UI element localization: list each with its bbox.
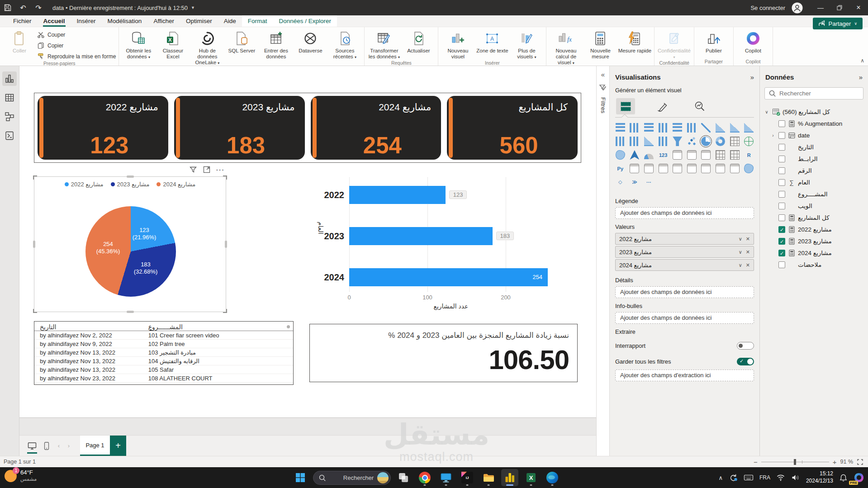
ribbon-chart-icon[interactable] xyxy=(644,137,654,146)
wifi-icon[interactable] xyxy=(776,474,785,482)
zoom-slider[interactable] xyxy=(761,462,829,462)
previous-page-icon[interactable]: ‹ xyxy=(54,436,64,456)
focus-mode-icon[interactable] xyxy=(203,166,211,174)
stacked-area-chart-icon[interactable] xyxy=(730,123,740,133)
selection-handle[interactable] xyxy=(225,241,227,248)
slicer-icon[interactable] xyxy=(701,150,711,160)
analytics-tab[interactable] xyxy=(690,98,709,114)
kpi-icon[interactable] xyxy=(687,150,697,160)
field-checkbox[interactable]: ✓ xyxy=(778,226,785,233)
remove-field-icon[interactable]: ✕ xyxy=(746,236,750,242)
data-field-row[interactable]: % Augmentation xyxy=(764,118,865,129)
field-checkbox[interactable] xyxy=(778,156,785,162)
ribbon-button-copilot[interactable]: Copilot xyxy=(736,29,770,54)
matrix-icon[interactable] xyxy=(730,150,740,160)
touch-keyboard-icon[interactable] xyxy=(744,474,754,482)
field-checkbox[interactable] xyxy=(778,144,785,151)
search-input[interactable] xyxy=(779,90,859,97)
r-script-visual-icon[interactable]: R xyxy=(744,150,754,160)
field-chip[interactable]: مشاريع 2024∨✕ xyxy=(615,259,754,271)
metrics-icon[interactable] xyxy=(687,164,697,173)
filter-icon[interactable] xyxy=(189,166,197,174)
table-column-header[interactable]: المشــــــروع▲ xyxy=(148,323,293,331)
table-visual[interactable]: التاريخ المشــــــروع▲ by alhindifayez N… xyxy=(34,321,294,385)
close-button[interactable]: × xyxy=(849,0,868,15)
field-checkbox[interactable] xyxy=(778,191,785,198)
search-field[interactable] xyxy=(764,87,863,99)
smart-narrative-icon[interactable] xyxy=(673,164,682,173)
collapse-ribbon-icon[interactable]: ∧ xyxy=(860,57,864,64)
ribbon-button-dataverse[interactable]: Dataverse xyxy=(294,29,327,54)
clustered-column-chart-icon[interactable] xyxy=(659,123,668,133)
field-checkbox[interactable] xyxy=(778,261,785,268)
data-field-row[interactable]: ملاحضات xyxy=(764,259,865,270)
100-stacked-area-chart-icon[interactable] xyxy=(744,123,754,133)
line-and-stacked-column-chart-icon[interactable] xyxy=(616,137,625,146)
ribbon-button-plus-de-visuels[interactable]: Plus de visuels ▾ xyxy=(510,29,543,60)
chevron-down-icon[interactable]: ∨ xyxy=(764,109,770,114)
gauge-icon[interactable] xyxy=(644,154,654,159)
table-icon[interactable] xyxy=(716,150,725,160)
filters-pane-label[interactable]: Filtres xyxy=(600,97,607,113)
selection-handle[interactable] xyxy=(33,309,37,313)
arcgis-map-icon[interactable] xyxy=(744,164,754,173)
waterfall-chart-icon[interactable] xyxy=(659,137,668,146)
drillthrough-placeholder[interactable]: Ajouter des champs d'extraction ici xyxy=(615,370,754,381)
table-row[interactable]: by alhindifayez Nov 23, 2022108 ALATHEER… xyxy=(34,374,293,383)
selection-handle[interactable] xyxy=(127,311,134,313)
menu-tab-mod-lisation[interactable]: Modélisation xyxy=(102,15,148,27)
data-field-row[interactable]: التاريخ xyxy=(764,141,865,153)
minimize-button[interactable]: — xyxy=(811,0,830,15)
azure-map-icon[interactable] xyxy=(630,150,639,160)
field-checkbox[interactable] xyxy=(778,167,785,174)
data-field-row[interactable]: ∑العام xyxy=(764,176,865,188)
data-field-row[interactable]: ✓مشاريع 2023 xyxy=(764,235,865,247)
pie-chart-visual[interactable]: ··· مشاريع 2022مشاريع 2023مشاريع 2024 12… xyxy=(34,176,226,312)
ribbon-button-classeur-excel[interactable]: XClasseur Excel xyxy=(156,29,190,60)
ribbon-button-obtenir-les-donn-es[interactable]: Obtenir les données ▾ xyxy=(122,29,155,60)
data-field-row[interactable]: الرابــط xyxy=(764,153,865,165)
bar-data-bar[interactable] xyxy=(349,268,548,286)
kpi-card[interactable]: كل المشاريع560 xyxy=(447,96,578,160)
fit-to-page-icon[interactable] xyxy=(857,459,863,465)
ribbon-button-copier[interactable]: Copier xyxy=(37,42,116,49)
remove-field-icon[interactable]: ✕ xyxy=(746,249,750,255)
legend-item[interactable]: مشاريع 2022 xyxy=(65,181,104,188)
chevron-down-icon[interactable]: ∨ xyxy=(739,236,742,242)
menu-tab-afficher[interactable]: Afficher xyxy=(147,15,180,27)
table-row[interactable]: by alhindifayez Nov 2, 2022101 Creer fia… xyxy=(34,331,293,340)
weather-widget[interactable]: 1 64°F مشمس xyxy=(5,469,37,483)
format-visual-tab[interactable] xyxy=(653,98,672,114)
funnel-chart-icon[interactable] xyxy=(673,137,682,146)
sign-in-button[interactable]: Se connecter xyxy=(750,5,785,11)
ribbon-button-reproduire-la-mise-en-forme[interactable]: Reproduire la mise en forme xyxy=(37,52,116,60)
selection-handle[interactable] xyxy=(223,175,227,180)
ribbon-button-publier[interactable]: Publier xyxy=(697,29,730,54)
table-view-icon[interactable] xyxy=(2,90,17,105)
menu-tab-donn-es-explorer[interactable]: Données / Explorer xyxy=(273,15,337,27)
page-tab[interactable]: Page 1 xyxy=(80,436,110,456)
ribbon-button-sql-server[interactable]: SQL Server xyxy=(225,29,258,54)
ribbon-button-hub-de-donn-es-onelake[interactable]: Hub de données OneLake ▾ xyxy=(190,29,224,66)
share-button[interactable]: Partager ∨ xyxy=(813,18,863,29)
kpi-card[interactable]: مشاريع 2023183 xyxy=(174,96,305,160)
data-field-row[interactable]: الرقم xyxy=(764,165,865,176)
dax-query-view-icon[interactable] xyxy=(2,128,17,143)
100-stacked-bar-chart-icon[interactable] xyxy=(673,123,682,133)
notifications-bell-icon[interactable] xyxy=(839,474,848,482)
stacked-column-chart-icon[interactable] xyxy=(630,123,639,133)
language-indicator[interactable]: FRA xyxy=(759,474,770,481)
more-options-icon[interactable]: ··· xyxy=(216,166,225,173)
zoom-slider-handle[interactable] xyxy=(794,459,796,465)
field-chip[interactable]: مشاريع 2023∨✕ xyxy=(615,246,754,258)
bar-data-bar[interactable] xyxy=(349,186,446,204)
menu-tab-format[interactable]: Format xyxy=(242,15,273,27)
table-row[interactable]: by alhindifayez Nov 13, 2022105 Safar xyxy=(34,365,293,374)
q-and-a-icon[interactable] xyxy=(659,164,668,173)
ribbon-button-nouveau-calcul-de-visuel[interactable]: fxNouveau calcul de visuel ▾ xyxy=(549,29,583,66)
kpi-card-group[interactable]: مشاريع 2022123مشاريع 2023183مشاريع 20242… xyxy=(34,93,581,163)
menu-tab-aide[interactable]: Aide xyxy=(218,15,242,27)
mobile-layout-icon[interactable] xyxy=(39,436,54,456)
pie-chart-icon[interactable] xyxy=(701,137,711,146)
kpi-card[interactable]: مشاريع 2024254 xyxy=(311,96,441,160)
